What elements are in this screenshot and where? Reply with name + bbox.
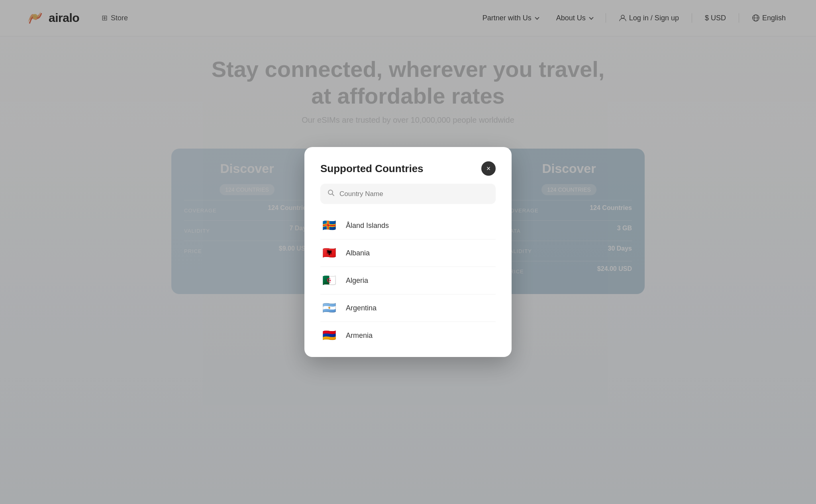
country-flag: 🇦🇱 xyxy=(320,247,338,259)
modal-header: Supported Countries × xyxy=(304,147,512,184)
search-input-wrap xyxy=(320,184,496,204)
country-item[interactable]: 🇦🇲Armenia xyxy=(320,322,496,349)
modal-overlay[interactable]: Supported Countries × 🇦🇽Åland Islands🇦🇱A… xyxy=(0,0,816,504)
country-search-input[interactable] xyxy=(339,190,488,198)
country-item[interactable]: 🇦🇱Albania xyxy=(320,239,496,267)
countries-list: 🇦🇽Åland Islands🇦🇱Albania🇩🇿Algeria🇦🇷Argen… xyxy=(304,212,512,357)
country-name: Argentina xyxy=(346,304,377,312)
country-flag: 🇦🇽 xyxy=(320,219,338,232)
close-modal-button[interactable]: × xyxy=(481,161,496,176)
country-flag: 🇩🇿 xyxy=(320,274,338,287)
search-container xyxy=(304,184,512,212)
country-name: Armenia xyxy=(346,331,373,340)
country-item[interactable]: 🇦🇽Åland Islands xyxy=(320,212,496,239)
country-item[interactable]: 🇩🇿Algeria xyxy=(320,267,496,294)
country-item[interactable]: 🇦🇷Argentina xyxy=(320,294,496,322)
country-flag: 🇦🇲 xyxy=(320,329,338,342)
country-name: Algeria xyxy=(346,277,368,285)
supported-countries-modal: Supported Countries × 🇦🇽Åland Islands🇦🇱A… xyxy=(304,147,512,357)
country-name: Albania xyxy=(346,249,370,257)
svg-line-6 xyxy=(332,194,334,196)
search-icon xyxy=(328,189,335,198)
country-flag: 🇦🇷 xyxy=(320,302,338,314)
country-name: Åland Islands xyxy=(346,222,389,230)
modal-title: Supported Countries xyxy=(320,163,424,175)
